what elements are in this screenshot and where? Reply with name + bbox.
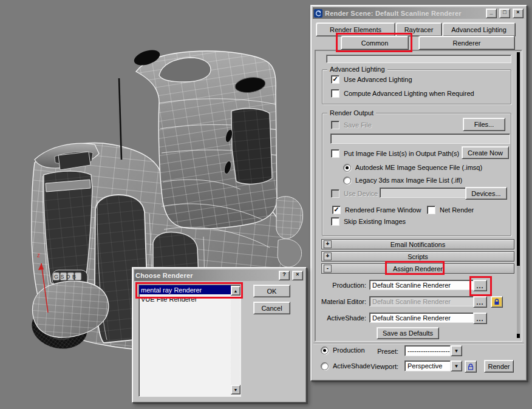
help-icon[interactable]: ? xyxy=(279,271,290,280)
lock-icon xyxy=(468,363,474,370)
cancel-button[interactable]: Cancel xyxy=(253,302,290,314)
expand-icon: + xyxy=(324,240,332,248)
preset-label: Preset: xyxy=(362,348,398,355)
svg-text:GSDB: GSDB xyxy=(54,274,78,280)
radio-circle xyxy=(321,346,329,354)
render-dialog-title: Render Scene: Default Scanline Renderer xyxy=(325,10,483,17)
production-label: Production: xyxy=(315,282,366,289)
panel-scrollbar-endcap xyxy=(517,334,520,338)
viewport-lock-button[interactable] xyxy=(465,360,477,373)
production-renderer-field[interactable]: Default Scanline Renderer xyxy=(369,280,474,290)
list-item-mental-ray[interactable]: mental ray Renderer xyxy=(139,285,231,294)
choose-dialog-title: Choose Renderer xyxy=(135,272,276,279)
save-file-checkbox[interactable]: Save File xyxy=(331,121,372,129)
list-item-vue-file[interactable]: VUE File Renderer xyxy=(139,294,231,303)
material-lock-button[interactable] xyxy=(491,296,503,308)
files-button[interactable]: Files... xyxy=(463,118,505,131)
scroll-up-icon[interactable]: ▲ xyxy=(231,286,240,296)
put-image-list-checkbox[interactable]: Put Image File List(s) in Output Path(s) xyxy=(331,149,459,158)
skip-existing-images-checkbox[interactable]: Skip Existing Images xyxy=(331,217,406,226)
common-panel: Advanced Lighting ✓ Use Advanced Lightin… xyxy=(315,50,522,342)
chevron-down-icon[interactable]: ▼ xyxy=(451,345,462,356)
preset-dropdown[interactable]: ------------------------ ▼ xyxy=(404,345,462,356)
material-editor-label: Material Editor: xyxy=(315,298,366,305)
tab-render-elements[interactable]: Render Elements xyxy=(316,22,395,36)
device-field[interactable] xyxy=(380,188,466,198)
front-badge: GSDB xyxy=(53,272,81,280)
renderer-listbox[interactable]: mental ray Renderer VUE File Renderer ▲ … xyxy=(138,285,241,397)
tab-advanced-lighting[interactable]: Advanced Lighting xyxy=(442,22,516,36)
scrolled-field-sliver xyxy=(326,55,511,63)
net-render-checkbox[interactable]: Net Render xyxy=(427,206,474,214)
render-dialog-titlebar[interactable]: Render Scene: Default Scanline Renderer … xyxy=(313,7,525,19)
checkbox-box: ✓ xyxy=(331,75,339,84)
close-icon[interactable]: × xyxy=(513,8,523,18)
radio-circle xyxy=(321,362,329,370)
activeshade-label: ActiveShade: xyxy=(315,314,366,322)
radio-circle xyxy=(343,164,351,172)
production-mode-radio[interactable]: Production xyxy=(321,346,365,354)
rollout-scripts[interactable]: + Scripts xyxy=(321,251,514,262)
panel-scrollbar-thumb[interactable] xyxy=(517,52,520,266)
checkmark-icon: ✓ xyxy=(332,76,338,82)
ok-button[interactable]: OK xyxy=(253,285,290,297)
legacy-ifl-radio[interactable]: Legacy 3ds max Image File List (.ifl) xyxy=(343,176,462,184)
footer-separator xyxy=(313,343,524,344)
activeshade-browse-button[interactable]: ... xyxy=(473,313,487,324)
tab-renderer[interactable]: Renderer xyxy=(418,36,515,50)
max-logo-icon xyxy=(314,9,322,18)
output-path-field[interactable] xyxy=(330,134,510,144)
create-now-button[interactable]: Create Now xyxy=(462,146,509,159)
radio-dot xyxy=(323,349,326,352)
checkbox-box xyxy=(331,217,339,226)
render-button[interactable]: Render xyxy=(484,360,514,373)
checkbox-box xyxy=(427,206,435,214)
production-browse-button[interactable]: ... xyxy=(473,280,487,291)
autodesk-imsq-radio[interactable]: Autodesk ME Image Sequence File (.imsq) xyxy=(343,163,482,172)
render-output-group-label: Render Output xyxy=(327,109,376,117)
tab-common[interactable]: Common xyxy=(341,36,409,50)
checkbox-box xyxy=(331,121,339,129)
render-scene-dialog: Render Scene: Default Scanline Renderer … xyxy=(310,5,527,381)
radio-circle xyxy=(343,177,351,184)
use-device-checkbox[interactable]: Use Device xyxy=(331,189,378,198)
radio-dot xyxy=(346,166,349,169)
activeshade-renderer-field[interactable]: Default Scanline Renderer xyxy=(369,313,474,323)
checkbox-box: ✓ xyxy=(332,206,341,214)
scroll-down-icon[interactable]: ▼ xyxy=(231,385,240,394)
advanced-lighting-group: Advanced Lighting xyxy=(322,69,511,104)
list-scrollbar[interactable]: ▲ ▼ xyxy=(231,286,240,394)
viewport-dropdown[interactable]: Perspective ▼ xyxy=(404,360,462,371)
viewport-label: Viewport: xyxy=(362,363,398,370)
material-editor-browse-button[interactable]: ... xyxy=(473,296,487,308)
collapse-icon: - xyxy=(324,265,332,272)
advanced-lighting-group-label: Advanced Lighting xyxy=(327,66,387,73)
expand-icon: + xyxy=(324,252,332,260)
lock-icon xyxy=(494,299,500,305)
close-icon[interactable]: × xyxy=(292,271,303,280)
checkbox-box xyxy=(331,89,339,98)
right-mirror-lumps xyxy=(276,197,303,267)
devices-button[interactable]: Devices... xyxy=(465,187,507,200)
screenshot-root: GSDB z Render Scene: Default Scanline Re… xyxy=(0,0,532,409)
material-editor-renderer-field: Default Scanline Renderer xyxy=(369,296,474,306)
chevron-down-icon[interactable]: ▼ xyxy=(451,360,462,371)
choose-dialog-titlebar[interactable]: Choose Renderer ? × xyxy=(134,269,304,281)
checkmark-icon: ✓ xyxy=(333,206,339,212)
use-advanced-lighting-checkbox[interactable]: ✓ Use Advanced Lighting xyxy=(331,75,412,84)
compute-advanced-lighting-checkbox[interactable]: Compute Advanced Lighting when Required xyxy=(331,89,474,98)
maximize-icon[interactable]: □ xyxy=(499,8,510,18)
checkbox-box xyxy=(331,149,339,158)
svg-text:z: z xyxy=(37,252,40,259)
rendered-frame-window-checkbox[interactable]: ✓ Rendered Frame Window xyxy=(332,206,421,214)
rollout-assign-renderer[interactable]: - Assign Renderer xyxy=(321,263,514,274)
save-as-defaults-button[interactable]: Save as Defaults xyxy=(377,327,439,339)
tab-raytracer[interactable]: Raytracer xyxy=(395,22,442,36)
minimize-icon[interactable]: _ xyxy=(486,8,497,18)
panel-scrollbar[interactable] xyxy=(517,52,520,338)
choose-renderer-dialog: Choose Renderer ? × mental ray Renderer … xyxy=(132,267,307,403)
rollout-email-notifications[interactable]: + Email Notifications xyxy=(321,239,514,249)
checkbox-box xyxy=(331,189,339,198)
